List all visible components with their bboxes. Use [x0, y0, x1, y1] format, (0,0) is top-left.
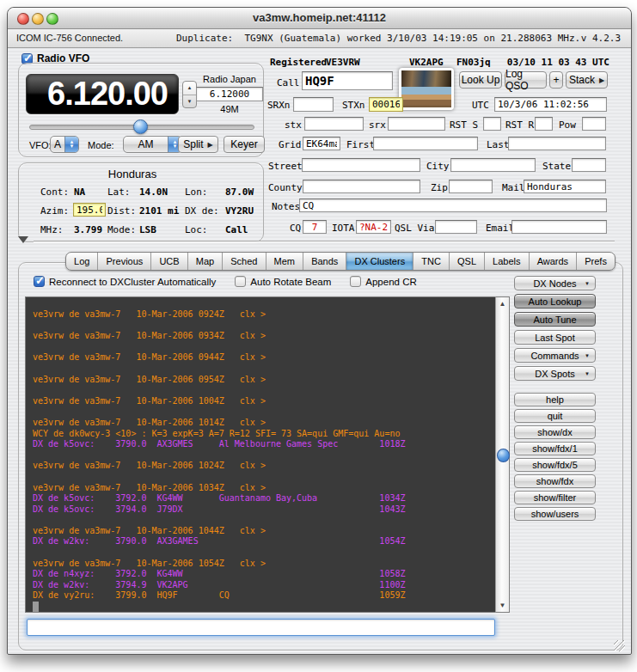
cq-label: CQ: [290, 223, 301, 234]
cluster-command-button[interactable]: show/fdx: [514, 474, 596, 488]
band-label: 49M: [196, 104, 263, 114]
pow-input[interactable]: [582, 117, 606, 131]
keyer-button[interactable]: Keyer: [224, 136, 265, 153]
scrollbar-thumb[interactable]: [497, 449, 510, 462]
cluster-node-button[interactable]: Commands: [514, 348, 596, 363]
state-input[interactable]: [572, 158, 606, 172]
cluster-node-button[interactable]: Last Spot: [514, 330, 596, 345]
stack-button[interactable]: Stack▶: [566, 71, 608, 89]
utc-input[interactable]: [494, 97, 607, 112]
tab[interactable]: Previous: [98, 253, 151, 270]
tab[interactable]: Awards: [530, 253, 578, 270]
azim-input[interactable]: [73, 203, 106, 217]
frequency-input[interactable]: [196, 87, 263, 101]
call-label: Call: [277, 77, 300, 89]
last-label: Last: [487, 139, 510, 150]
plus-button[interactable]: +: [549, 71, 563, 89]
cluster-node-button[interactable]: Auto Tune: [514, 312, 596, 327]
utc-label: UTC: [472, 100, 489, 111]
title-bar[interactable]: va3mw.homeip.net:41112: [8, 8, 631, 29]
city-input[interactable]: [450, 158, 536, 172]
terminal-line: [33, 321, 495, 332]
cluster-option-checkbox[interactable]: Auto Rotate Beam: [235, 276, 331, 287]
rst-s-input[interactable]: [483, 117, 501, 131]
srxn-input[interactable]: [293, 97, 334, 112]
cluster-node-button[interactable]: Auto Lookup: [514, 294, 596, 309]
vfo-select[interactable]: A ▲▼: [50, 136, 79, 153]
tab[interactable]: Mem: [266, 253, 304, 270]
scroll-up-icon[interactable]: ▲: [496, 300, 509, 308]
cluster-command-button[interactable]: quit: [514, 409, 596, 423]
step-down-icon[interactable]: ▼: [183, 95, 196, 108]
tab[interactable]: Log: [66, 253, 98, 270]
cluster-command-button[interactable]: show/users: [514, 507, 596, 521]
status-bar: ICOM IC-756 Connected. Duplicate: TG9NX …: [8, 29, 631, 48]
cq-input[interactable]: [303, 220, 327, 234]
terminal-line: DX de k5ovc: 3792.0 KG4WW Guantanamo Bay…: [33, 493, 495, 504]
photo-top: [401, 70, 451, 87]
srx-input[interactable]: [388, 117, 445, 131]
mode-select[interactable]: AM ▲▼: [123, 136, 182, 153]
tab[interactable]: Map: [188, 253, 224, 270]
cluster-command-input[interactable]: [27, 619, 495, 636]
grid-input[interactable]: [303, 137, 340, 150]
county-input[interactable]: [303, 180, 420, 193]
dx-country-title: Honduras: [19, 168, 246, 180]
terminal-line: DX de w2kv: 3794.9 VK2APG 1100Z: [33, 580, 495, 591]
stx-input[interactable]: [304, 117, 364, 131]
rig-status: ICOM IC-756 Connected.: [16, 33, 123, 43]
mhz-label: MHz:: [40, 224, 64, 235]
cluster-node-button[interactable]: DX Spots: [514, 366, 596, 381]
call-input[interactable]: [302, 71, 393, 90]
rst-r-input[interactable]: [535, 117, 553, 131]
log-qso-button[interactable]: Log QSO: [505, 71, 547, 89]
cluster-node-button[interactable]: DX Nodes: [514, 276, 596, 290]
mail-label: Mail: [502, 182, 525, 193]
email-input[interactable]: [511, 220, 607, 234]
look-up-button[interactable]: Look Up: [459, 71, 502, 89]
split-button[interactable]: Split▶: [178, 136, 218, 153]
terminal-scrollbar[interactable]: ▲ ▼: [495, 296, 510, 613]
step-up-icon[interactable]: ▲: [183, 82, 196, 95]
cluster-option-checkbox[interactable]: Reconnect to DXCluster Automatically: [34, 276, 216, 287]
iota-input[interactable]: [356, 220, 391, 234]
tab[interactable]: QSL: [450, 253, 485, 270]
stxn-input[interactable]: [369, 97, 403, 112]
tab[interactable]: Prefs: [577, 253, 615, 270]
right-arrow-icon: ▶: [599, 76, 604, 84]
cluster-command-button[interactable]: show/filter: [514, 491, 596, 504]
station-photo[interactable]: [399, 68, 454, 110]
tab[interactable]: Sched: [223, 253, 266, 270]
resize-grip[interactable]: [614, 640, 625, 651]
scroll-down-icon[interactable]: ▼: [496, 602, 509, 609]
tab[interactable]: DX Clusters: [346, 253, 413, 270]
tab[interactable]: TNC: [413, 253, 450, 270]
cluster-command-button[interactable]: show/fdx/1: [514, 442, 596, 455]
first-input[interactable]: [373, 137, 478, 150]
cluster-command-button[interactable]: help: [514, 393, 596, 406]
dx-de-value: VY2RU: [225, 205, 254, 217]
notes-input[interactable]: [299, 199, 607, 212]
cluster-option-checkbox[interactable]: Append CR: [350, 276, 416, 287]
station-call: VK2APG: [409, 57, 444, 68]
dx-cluster-terminal[interactable]: ve3vrw de va3mw-7 10-Mar-2006 0924Z clx …: [25, 296, 496, 613]
tab[interactable]: Labels: [485, 253, 530, 270]
street-input[interactable]: [302, 158, 420, 172]
cluster-command-button[interactable]: show/dx: [514, 425, 596, 439]
zip-input[interactable]: [449, 180, 493, 193]
cluster-command-button[interactable]: show/fdx/5: [514, 458, 596, 472]
frequency-stepper[interactable]: ▲ ▼: [182, 81, 197, 108]
mail-input[interactable]: [524, 180, 606, 193]
checkbox-icon[interactable]: [235, 276, 246, 287]
dx-mode-value: LSB: [139, 224, 156, 235]
tab[interactable]: UCB: [151, 253, 187, 270]
station-name: Radio Japan: [196, 74, 263, 84]
last-input[interactable]: [508, 137, 606, 150]
collapse-triangle-icon[interactable]: [18, 236, 28, 243]
terminal-line: DX de vy2ru: 3799.0 HQ9F CQ 1059Z: [33, 590, 495, 602]
checkbox-icon[interactable]: [34, 276, 45, 287]
tuning-slider-thumb[interactable]: [133, 119, 148, 134]
tab[interactable]: Bands: [303, 253, 346, 270]
qsl-via-input[interactable]: [435, 220, 477, 234]
checkbox-icon[interactable]: [350, 276, 361, 287]
